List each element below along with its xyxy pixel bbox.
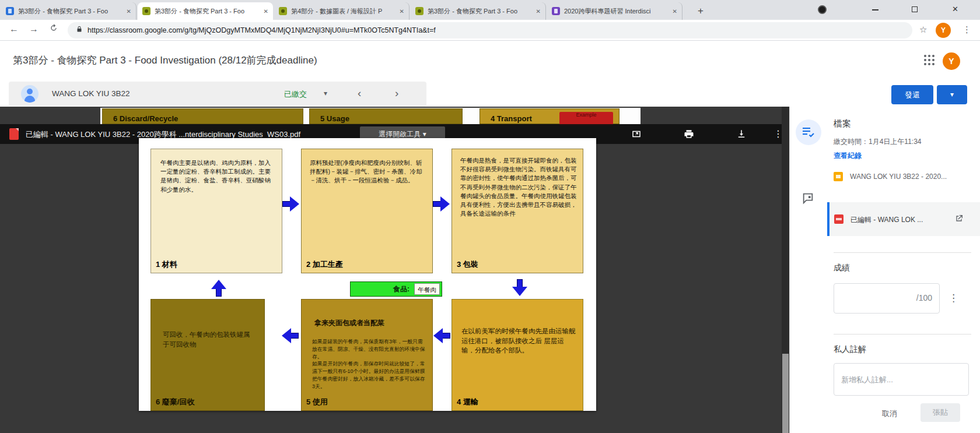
grade-denominator: /100 — [916, 293, 932, 302]
comment-bank-icon[interactable] — [802, 192, 814, 207]
assignment-title: 第3部分 - 食物探究 Part 3 - Food Investigation … — [13, 54, 317, 67]
tab-part4-poster[interactable]: 第4部分 - 數據圖表 / 海報設計 P ✕ — [274, 2, 410, 20]
classroom-doc-favicon — [6, 7, 14, 15]
tab-close-icon[interactable]: ✕ — [536, 8, 541, 15]
reload-icon[interactable] — [49, 23, 58, 35]
diagram-box-transport: 在以前美军的时候午餐肉先是由运输舰运往港口，被部队接收之后 层层运输，分配给各个… — [452, 299, 583, 411]
file-name: 已編輯 - WANG LOK ... — [850, 215, 950, 225]
classroom-header: 第3部分 - 食物探究 Part 3 - Food Investigation … — [0, 41, 980, 80]
tab-title: 第3部分 - 食物探究 Part 3 - Foo — [428, 7, 533, 16]
pdf-file-icon — [834, 214, 844, 224]
maximize-button[interactable] — [912, 6, 918, 12]
pdf-page: 午餐肉主要是以猪肉、鸡肉为原料，加入一定量的淀粉、香辛料加工制成的。主要是猪肉、… — [139, 138, 596, 411]
return-button[interactable]: 發還 — [891, 85, 933, 104]
box-label: 2 加工生產 — [306, 259, 343, 270]
grade-input[interactable]: /100 — [834, 283, 940, 314]
cancel-button[interactable]: 取消 — [882, 409, 897, 419]
strip-label: 6 Discard/Recycle — [113, 114, 178, 123]
tab-food-part3-active[interactable]: 第3部分 - 食物探究 Part 3 - Foo ✕ — [138, 2, 273, 20]
box-label: 5 使用 — [306, 397, 328, 407]
tab-close-icon[interactable]: ✕ — [264, 8, 268, 15]
status-dropdown-caret-icon[interactable]: ▾ — [324, 89, 327, 97]
file-item-pdf-selected[interactable]: 已編輯 - WANG LOK ... — [827, 202, 980, 236]
strip-box-discard: 6 Discard/Recycle — [102, 108, 303, 124]
tab-close-icon[interactable]: ✕ — [127, 8, 131, 15]
flow-arrow-left-1 — [281, 328, 299, 343]
student-selector-bar: WANG LOK YIU 3B22 已繳交 ▾ ‹ › — [9, 82, 426, 106]
recorder-extension-icon[interactable] — [818, 5, 827, 14]
tab-food-part3-b[interactable]: 第3部分 - 食物探究 Part 3 - Foo ✕ — [411, 2, 546, 20]
tab-title: 第4部分 - 數據圖表 / 海報設計 P — [291, 7, 396, 16]
tab-title: 第3部分 - 食物探究 Part 3 - Foo — [18, 7, 123, 16]
print-icon[interactable] — [684, 129, 694, 142]
student-name[interactable]: WANG LOK YIU 3B22 — [52, 89, 130, 98]
browser-profile-avatar[interactable]: Y — [936, 23, 951, 38]
close-window-button[interactable]: ✕ — [952, 5, 958, 13]
box-text: 如果是罐装的午餐肉，其保质期有3年，一般只需放在常温、阴凉、干燥、没有阳光直射的… — [312, 338, 426, 390]
google-apps-grid-icon[interactable] — [924, 55, 935, 68]
box-label: 6 廢棄/回收 — [156, 397, 194, 407]
viewer-scrollbar-track — [782, 107, 789, 433]
pdf-viewer: 6 Discard/Recycle 5 Usage 4 Transport Ex… — [0, 107, 789, 433]
private-notes-heading: 私人註解 — [834, 344, 866, 355]
diagram-box-processing: 原料预处理(净瘦肉和肥瘦肉分别绞制、斩拌配料)－装罐－排气、密封－杀菌、冷却－清… — [301, 149, 433, 273]
flow-arrow-right-2 — [433, 196, 450, 212]
diagram-box-recycle: 可回收，午餐肉的包装铁罐属于可回收物 6 廢棄/回收 — [150, 299, 265, 411]
flow-arrow-left-2 — [433, 328, 450, 343]
forms-favicon — [552, 7, 560, 15]
submitted-time: 繳交時間：1月4日上午11:34 — [834, 137, 922, 147]
flow-arrow-right-1 — [282, 196, 300, 212]
tab-interdisciplinary-form[interactable]: 2020跨學科專題研習 Interdisci ✕ — [547, 2, 682, 20]
classroom-favicon — [142, 7, 150, 15]
tab-close-icon[interactable]: ✕ — [400, 8, 404, 15]
url-text: https://classroom.google.com/g/tg/MjQzOD… — [88, 26, 436, 34]
strip-box-usage: 5 Usage — [309, 108, 463, 124]
post-button[interactable]: 張貼 — [921, 403, 960, 422]
viewer-scrollbar-thumb[interactable] — [782, 354, 789, 433]
tab-title: 第3部分 - 食物探究 Part 3 - Foo — [155, 7, 260, 16]
grading-tab-active-circle[interactable] — [796, 119, 821, 145]
view-history-link[interactable]: 查看紀錄 — [834, 151, 862, 161]
submission-status-badge: 已繳交 — [284, 89, 307, 100]
selected-indicator — [827, 202, 830, 236]
return-dropdown-button[interactable]: ▾ — [937, 85, 967, 104]
grade-menu-icon[interactable]: ⋮ — [949, 292, 958, 304]
url-omnibox[interactable]: https://classroom.google.com/g/tg/MjQzOD… — [68, 22, 912, 38]
bookmark-star-icon[interactable]: ☆ — [919, 24, 927, 35]
tab-title: 2020跨學科專題研習 Interdisci — [564, 7, 669, 16]
box-text: 午餐肉主要是以猪肉、鸡肉为原料，加入一定量的淀粉、香辛料加工制成的。主要是猪肉、… — [160, 159, 275, 194]
product-value: 午餐肉 — [414, 283, 440, 295]
private-note-input[interactable] — [834, 363, 969, 396]
previous-student-button[interactable]: ‹ — [358, 87, 361, 100]
grading-sidebar: 檔案 繳交時間：1月4日上午11:34 查看紀錄 WANG LOK YIU 3B… — [789, 107, 980, 433]
tab-food-part3-a[interactable]: 第3部分 - 食物探究 Part 3 - Foo ✕ — [1, 2, 136, 20]
tab-strip: 第3部分 - 食物探究 Part 3 - Foo ✕ 第3部分 - 食物探究 P… — [0, 0, 980, 20]
box-text: 在以前美军的时候午餐肉先是由运输舰运往港口，被部队接收之后 层层运输，分配给各个… — [461, 326, 576, 355]
classroom-favicon — [415, 7, 424, 15]
diagram-box-materials: 午餐肉主要是以猪肉、鸡肉为原料，加入一定量的淀粉、香辛料加工制成的。主要是猪肉、… — [150, 149, 282, 273]
back-icon[interactable]: ← — [9, 24, 19, 34]
box-label: 4 運輸 — [457, 397, 478, 407]
file-name: WANG LOK YIU 3B22 - 2020... — [850, 173, 974, 181]
download-icon[interactable] — [736, 129, 747, 142]
next-student-button[interactable]: › — [395, 87, 398, 100]
forward-icon[interactable]: → — [29, 24, 38, 34]
account-avatar[interactable]: Y — [943, 52, 960, 70]
grade-heading: 成績 — [834, 263, 850, 273]
box-text: 可回收，午餐肉的包装铁罐属于可回收物 — [163, 330, 254, 349]
classroom-favicon — [279, 7, 287, 15]
flow-arrow-down — [512, 279, 527, 297]
box-text: 原料预处理(净瘦肉和肥瘦肉分别绞制、斩拌配料)－装罐－排气、密封－杀菌、冷却－清… — [310, 159, 425, 185]
box-label: 1 材料 — [156, 259, 177, 270]
minimize-button[interactable] — [872, 9, 878, 10]
pdf-file-icon — [9, 128, 19, 140]
open-in-new-icon[interactable] — [954, 214, 964, 226]
browser-menu-icon[interactable]: ⋮ — [963, 24, 971, 35]
file-item-slides[interactable]: WANG LOK YIU 3B22 - 2020... — [834, 171, 977, 185]
pop-out-icon[interactable] — [631, 129, 642, 142]
new-tab-button[interactable]: + — [693, 4, 708, 18]
secure-lock-icon — [76, 25, 83, 36]
divider — [834, 334, 971, 335]
tab-close-icon[interactable]: ✕ — [673, 8, 677, 15]
files-heading: 檔案 — [834, 118, 851, 129]
